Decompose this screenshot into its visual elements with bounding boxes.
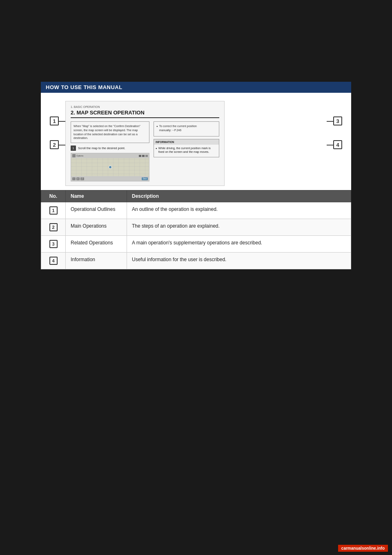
table-head: No. Name Description	[41, 190, 351, 202]
callout-2: 2	[50, 140, 59, 149]
signal-bar-1	[139, 155, 141, 157]
outline-text: When "Map" is selected on the "Confirm D…	[74, 125, 140, 139]
table-row: 1 Operational Outlines An outline of the…	[41, 202, 351, 219]
map-icon-btn: ≡	[76, 177, 80, 180]
dest-btn: Dest	[142, 177, 148, 180]
row-2-num-cell: 2	[41, 219, 66, 236]
manual-left-col: When "Map" is selected on the "Confirm D…	[71, 121, 149, 181]
manual-main-content: When "Map" is selected on the "Confirm D…	[71, 121, 219, 181]
row-1-num-box: 1	[49, 206, 58, 215]
map-preview: Options - ≡	[71, 153, 149, 181]
carmanuals-logo: carmanualsonline.info	[338, 545, 388, 552]
operations-table: No. Name Description 1 Operational Outli…	[41, 190, 351, 269]
table-row: 2 Main Operations The steps of an operat…	[41, 219, 351, 236]
row-1-num-cell: 1	[41, 202, 66, 219]
row-4-desc: Useful information for the user is descr…	[127, 253, 351, 269]
table-row: 3 Related Operations A main operation's …	[41, 236, 351, 253]
col-header-desc: Description	[127, 190, 351, 202]
row-4-name: Information	[66, 253, 127, 269]
callout-4-line	[327, 145, 333, 145]
step-text: Scroll the map to the desired point.	[78, 146, 125, 150]
col-header-name: Name	[66, 190, 127, 202]
row-3-name: Related Operations	[66, 236, 127, 253]
row-1-name: Operational Outlines	[66, 202, 127, 219]
signal-bar-2	[142, 155, 145, 157]
table-row: 4 Information Useful information for the…	[41, 253, 351, 269]
illustration-wrapper: 1 2 3 4 1. BASIC OPERATION 2. MAP SCR	[65, 93, 327, 190]
step-row: 1 Scroll the map to the desired point.	[71, 145, 149, 151]
callout-1-line	[59, 121, 65, 122]
callout-2-line	[59, 145, 65, 145]
row-4-num-cell: 4	[41, 253, 66, 269]
callout-3-line	[327, 121, 333, 122]
map-north-icon	[72, 154, 76, 157]
table-body: 1 Operational Outlines An outline of the…	[41, 202, 351, 269]
callout-4: 4	[333, 140, 342, 149]
right-bullet-item: To correct the current position manually…	[156, 124, 216, 132]
manual-content-card: HOW TO USE THIS MANUAL 1 2 3 4	[41, 82, 351, 269]
table-header-row: No. Name Description	[41, 190, 351, 202]
manual-page-mockup: 1. BASIC OPERATION 2. MAP SCREEN OPERATI…	[65, 101, 225, 186]
car-position-marker	[109, 166, 112, 169]
row-2-desc: The steps of an operation are explained.	[127, 219, 351, 236]
gps-icon	[145, 155, 148, 157]
map-signal-icons	[139, 155, 148, 157]
info-text: While driving, the current position mark…	[158, 146, 217, 154]
route-btn: ⤴	[80, 177, 84, 180]
row-2-num-box: 2	[49, 223, 58, 231]
manual-page-title: 2. MAP SCREEN OPERATION	[71, 110, 219, 118]
map-label: Options	[76, 154, 83, 157]
row-3-desc: A main operation's supplementary operati…	[127, 236, 351, 253]
right-bullet-box: To correct the current position manually…	[154, 121, 219, 137]
callout-3: 3	[333, 116, 342, 125]
outline-box: When "Map" is selected on the "Confirm D…	[71, 121, 149, 143]
info-box-content: While driving, the current position mark…	[154, 145, 219, 157]
row-2-name: Main Operations	[66, 219, 127, 236]
col-header-no: No.	[41, 190, 66, 202]
step-num: 1	[71, 145, 76, 151]
row-4-num-box: 4	[49, 257, 58, 265]
manual-page-header: 1. BASIC OPERATION	[71, 105, 219, 108]
map-toolbar-top: Options	[71, 153, 149, 158]
zoom-out-btn: -	[72, 177, 76, 180]
info-box: INFORMATION While driving, the current p…	[154, 139, 219, 158]
row-3-num-cell: 3	[41, 236, 66, 253]
info-bullet-item: While driving, the current position mark…	[156, 146, 217, 154]
row-1-desc: An outline of the operation is explained…	[127, 202, 351, 219]
manual-right-col: To correct the current position manually…	[154, 121, 219, 181]
callout-1: 1	[50, 116, 59, 125]
section-header-text: HOW TO USE THIS MANUAL	[46, 84, 122, 90]
section-header: HOW TO USE THIS MANUAL	[41, 82, 351, 93]
right-bullet-text: To correct the current position manually…	[159, 124, 216, 132]
row-3-num-box: 3	[49, 240, 58, 248]
info-box-header: INFORMATION	[154, 139, 219, 145]
map-toolbar-bottom: - ≡ ⤴ Dest	[71, 176, 149, 181]
page: HOW TO USE THIS MANUAL 1 2 3 4	[0, 0, 392, 555]
